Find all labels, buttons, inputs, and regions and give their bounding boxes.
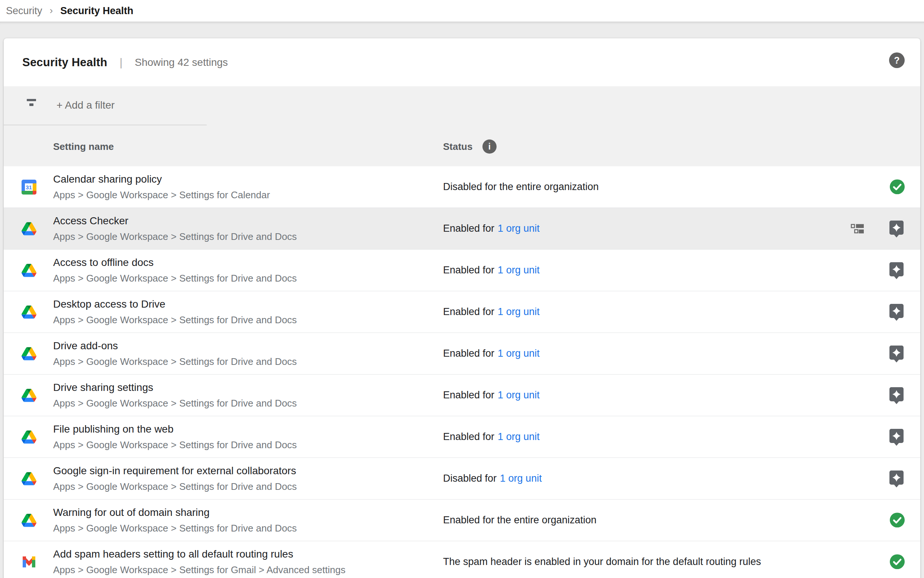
green-check-circle-icon [890, 179, 905, 194]
recommendation-badge-icon[interactable] [890, 345, 903, 362]
setting-path: Apps > Google Workspace > Settings for G… [53, 564, 345, 576]
page-background: Security Health | Showing 42 settings ? … [0, 21, 924, 578]
setting-cell: File publishing on the web Apps > Google… [53, 423, 297, 451]
setting-cell: Warning for out of domain sharing Apps >… [53, 507, 297, 534]
status-cell: Enabled for 1 org unit [443, 291, 540, 333]
org-unit-link[interactable]: 1 org unit [498, 306, 540, 318]
recommendation-badge-icon[interactable] [890, 262, 903, 279]
settings-table: Calendar sharing policy Apps > Google Wo… [4, 166, 920, 578]
setting-path: Apps > Google Workspace > Settings for C… [53, 189, 270, 201]
setting-name: Access Checker [53, 215, 297, 227]
status-text: Enabled for [443, 265, 494, 276]
org-unit-link[interactable]: 1 org unit [498, 390, 540, 401]
table-row[interactable]: Access to offline docs Apps > Google Wor… [4, 250, 920, 291]
setting-name: Calendar sharing policy [53, 173, 270, 185]
setting-name: Warning for out of domain sharing [53, 507, 297, 518]
google-drive-icon [21, 221, 36, 236]
setting-cell: Access to offline docs Apps > Google Wor… [53, 257, 297, 284]
setting-cell: Drive add-ons Apps > Google Workspace > … [53, 340, 297, 367]
recommendation-badge-icon[interactable] [890, 304, 903, 321]
table-row[interactable]: Drive sharing settings Apps > Google Wor… [4, 375, 920, 416]
status-text: Enabled for [443, 223, 494, 234]
org-unit-link[interactable]: 1 org unit [498, 265, 540, 276]
org-unit-link[interactable]: 1 org unit [500, 473, 542, 484]
google-drive-icon [21, 388, 36, 403]
table-row[interactable]: Access Checker Apps > Google Workspace >… [4, 208, 920, 250]
setting-cell: Google sign-in requirement for external … [53, 465, 297, 492]
setting-path: Apps > Google Workspace > Settings for D… [53, 439, 297, 451]
setting-cell: Access Checker Apps > Google Workspace >… [53, 215, 297, 242]
status-cell: Enabled for 1 org unit [443, 250, 540, 291]
gmail-icon [21, 555, 36, 570]
table-row[interactable]: Google sign-in requirement for external … [4, 458, 920, 500]
status-cell: Enabled for 1 org unit [443, 375, 540, 416]
setting-path: Apps > Google Workspace > Settings for D… [53, 523, 297, 534]
setting-name: Google sign-in requirement for external … [53, 465, 297, 477]
setting-path: Apps > Google Workspace > Settings for D… [53, 398, 297, 409]
setting-path: Apps > Google Workspace > Settings for D… [53, 481, 297, 492]
settings-count: Showing 42 settings [135, 57, 228, 68]
table-row[interactable]: Warning for out of domain sharing Apps >… [4, 500, 920, 541]
recommendation-badge-icon[interactable] [890, 387, 903, 404]
setting-cell: Calendar sharing policy Apps > Google Wo… [53, 173, 270, 201]
setting-cell: Drive sharing settings Apps > Google Wor… [53, 382, 297, 409]
status-text: Enabled for [443, 390, 494, 401]
page-title: Security Health [22, 56, 107, 69]
google-calendar-icon [21, 180, 36, 195]
security-health-card: Security Health | Showing 42 settings ? … [4, 38, 920, 578]
setting-path: Apps > Google Workspace > Settings for D… [53, 273, 297, 284]
setting-name: Drive add-ons [53, 340, 297, 352]
status-cell: Enabled for 1 org unit [443, 416, 540, 458]
status-text: The spam header is enabled in your domai… [443, 556, 761, 568]
status-text: Disabled for the entire organization [443, 181, 599, 193]
title-divider: | [120, 56, 123, 69]
add-filter-button[interactable]: + Add a filter [57, 94, 115, 117]
breadcrumb: Security › Security Health [0, 0, 924, 21]
status-text: Disabled for [443, 473, 497, 484]
google-drive-icon [21, 430, 36, 445]
recommendation-badge-icon[interactable] [890, 429, 903, 446]
table-row[interactable]: Desktop access to Drive Apps > Google Wo… [4, 291, 920, 333]
filter-funnel-icon[interactable] [24, 99, 39, 108]
status-cell: Enabled for the entire organization [443, 500, 597, 541]
column-header-setting-name: Setting name [53, 141, 114, 153]
status-cell: Disabled for the entire organization [443, 166, 599, 208]
org-unit-link[interactable]: 1 org unit [498, 348, 540, 359]
setting-path: Apps > Google Workspace > Settings for D… [53, 231, 297, 242]
org-unit-link[interactable]: 1 org unit [498, 431, 540, 443]
status-cell: The spam header is enabled in your domai… [443, 541, 761, 578]
setting-name: Drive sharing settings [53, 382, 297, 393]
recommendation-badge-icon[interactable] [890, 470, 903, 487]
help-icon[interactable]: ? [889, 52, 905, 68]
filter-section: + Add a filter Setting name Status i [4, 86, 920, 166]
org-units-icon [851, 224, 864, 234]
google-drive-icon [21, 346, 36, 361]
status-text: Enabled for [443, 306, 494, 318]
setting-cell: Add spam headers setting to all default … [53, 548, 345, 576]
table-row[interactable]: Drive add-ons Apps > Google Workspace > … [4, 333, 920, 375]
breadcrumb-current: Security Health [60, 5, 133, 17]
status-cell: Disabled for 1 org unit [443, 458, 542, 499]
setting-name: File publishing on the web [53, 423, 297, 435]
google-drive-icon [21, 305, 36, 320]
status-text: Enabled for [443, 431, 494, 443]
setting-name: Access to offline docs [53, 257, 297, 268]
green-check-circle-icon [890, 513, 905, 528]
table-row[interactable]: Calendar sharing policy Apps > Google Wo… [4, 166, 920, 208]
setting-name: Desktop access to Drive [53, 298, 297, 310]
breadcrumb-parent[interactable]: Security [6, 5, 42, 17]
setting-path: Apps > Google Workspace > Settings for D… [53, 314, 297, 326]
google-drive-icon [21, 263, 36, 278]
google-drive-icon [21, 513, 36, 528]
org-unit-link[interactable]: 1 org unit [498, 223, 540, 234]
recommendation-badge-icon[interactable] [890, 220, 903, 237]
filter-divider [4, 125, 207, 125]
table-row[interactable]: Add spam headers setting to all default … [4, 541, 920, 578]
status-info-icon[interactable]: i [482, 140, 497, 154]
google-drive-icon [21, 471, 36, 486]
status-text: Enabled for the entire organization [443, 515, 597, 526]
status-text: Enabled for [443, 348, 494, 359]
setting-path: Apps > Google Workspace > Settings for D… [53, 356, 297, 367]
table-row[interactable]: File publishing on the web Apps > Google… [4, 416, 920, 458]
card-header: Security Health | Showing 42 settings ? [4, 38, 920, 86]
